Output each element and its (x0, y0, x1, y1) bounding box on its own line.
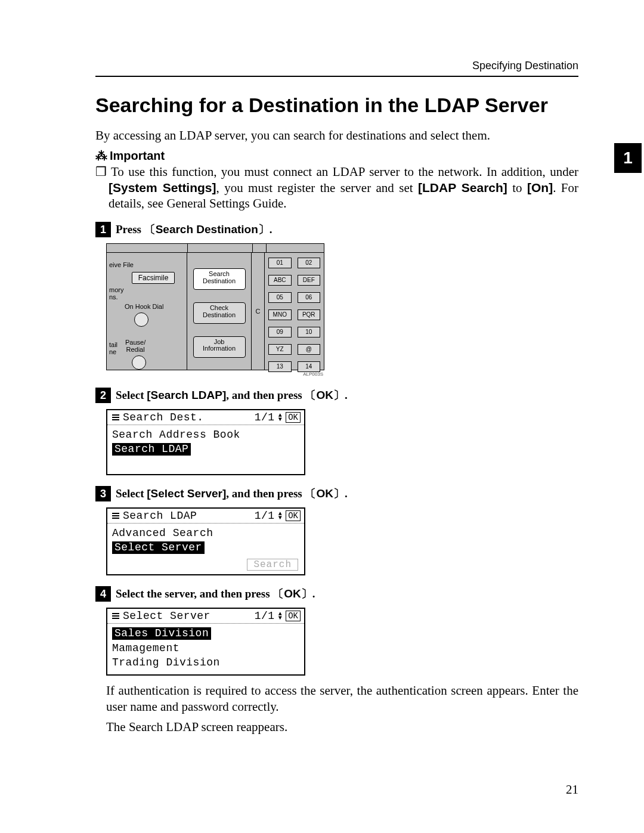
panel-frag-mory-ns: mory ns. (107, 284, 187, 303)
important-text-1: To use this function, you must connect a… (111, 165, 578, 179)
ok-key-label: OK (284, 587, 301, 600)
intro-text: By accessing an LDAP server, you can sea… (95, 128, 578, 144)
important-label: Important (110, 149, 165, 163)
keypad-key[interactable]: 10 (298, 327, 321, 337)
step-2-text: Select [Search LDAP], and then press 〔OK… (116, 388, 348, 403)
step-3-number: 3 (95, 486, 111, 501)
lcd4-title: Select Server (123, 610, 210, 622)
panel-frag-eive-file: eive File (107, 259, 187, 271)
keypad-key[interactable]: PQR (298, 309, 321, 320)
chapter-tab: 1 (614, 143, 642, 173)
lcd2-selected[interactable]: Search LDAP (112, 443, 191, 456)
keypad-key[interactable]: 09 (268, 327, 292, 337)
important-icon: ⁂ (95, 148, 107, 163)
keypad-key[interactable]: 14 (298, 361, 321, 372)
keypad-key[interactable]: 02 (298, 258, 321, 268)
step-2-number: 2 (95, 388, 111, 403)
step-1: 1 Press 〔Search Destination〕. (95, 222, 578, 237)
panel-caption: ALP003S (106, 371, 323, 377)
keypad-key[interactable]: ABC (268, 275, 292, 286)
step-4: 4 Select the server, and then press 〔OK〕… (95, 586, 578, 602)
panel-thin-col: C (252, 253, 265, 370)
followup-text-1: If authentication is required to access … (106, 683, 578, 716)
lcd4-page: 1/1 (255, 610, 275, 622)
ok-indicator: OK (286, 412, 301, 423)
ok-indicator: OK (286, 510, 301, 521)
lcd3-line1[interactable]: Advanced Search (112, 527, 299, 539)
keypad-key[interactable]: MNO (268, 309, 292, 320)
step-2-dot: . (345, 389, 348, 401)
updown-icon: ▲▼ (278, 612, 283, 620)
step-4-select: Select the server, and then press (116, 587, 273, 600)
job-information-button[interactable]: Job Information (193, 336, 246, 358)
lcd2-page: 1/1 (255, 411, 275, 423)
lcd2-line1[interactable]: Search Address Book (112, 429, 299, 441)
on-label: [On] (527, 181, 553, 194)
page-title: Searching for a Destination in the LDAP … (95, 94, 578, 117)
pause-redial-button[interactable] (132, 355, 146, 370)
keypad-key[interactable]: @ (298, 344, 321, 355)
lcd4-selected[interactable]: Sales Division (112, 627, 211, 640)
lcd4-line2[interactable]: Mamagement (112, 642, 299, 654)
important-text-3: to (507, 181, 527, 195)
lcd3-selected[interactable]: Select Server (112, 541, 205, 554)
important-note: ❒ To use this function, you must connect… (95, 164, 578, 211)
keypad-key[interactable]: DEF (298, 275, 321, 286)
keypad-key[interactable]: 13 (268, 361, 292, 372)
panel-mid-col: Search Destination Check Destination Job… (187, 253, 252, 370)
menu-icon (111, 512, 120, 520)
updown-icon: ▲▼ (278, 413, 283, 422)
header-rule (95, 76, 578, 77)
search-destination-button[interactable]: Search Destination (193, 268, 246, 290)
keypad-key[interactable]: 05 (268, 292, 292, 303)
device-panel-screenshot: eive File Facsimile mory ns. On Hook Dia… (106, 243, 324, 370)
search-ldap-label: [Search LDAP] (147, 389, 226, 401)
followup-text-2: The Search LDAP screen reappears. (106, 719, 578, 735)
menu-icon (111, 413, 120, 422)
step-1-text: Press 〔Search Destination〕. (116, 222, 273, 237)
keypad-key[interactable]: 01 (268, 258, 292, 268)
step-3-then: , and then press (226, 487, 305, 500)
page-number: 21 (566, 782, 578, 797)
step-2-select: Select (116, 389, 147, 401)
step-1-number: 1 (95, 222, 111, 237)
lcd-select-server: Select Server 1/1 ▲▼ OK Sales Division M… (106, 608, 305, 676)
select-server-label: [Select Server] (147, 487, 226, 500)
on-hook-dial-button[interactable] (134, 312, 148, 327)
panel-keypad: 0102 ABCDEF 0506 MNOPQR 0910 YZ@ 1314 (265, 253, 324, 370)
lcd4-line3[interactable]: Trading Division (112, 657, 299, 668)
ok-key-label: OK (316, 487, 333, 500)
lcd2-title: Search Dest. (123, 411, 204, 423)
panel-topseg (267, 244, 324, 252)
lcd3-page: 1/1 (255, 510, 275, 522)
panel-cg-label: C (256, 308, 261, 315)
step-3-text: Select [Select Server], and then press 〔… (116, 486, 348, 501)
lcd3-softkey-search[interactable]: Search (247, 559, 298, 571)
step-1-press: Press (116, 223, 141, 236)
ok-key-label: OK (316, 389, 333, 401)
panel-frag-tail-ne: tail ne (107, 339, 120, 358)
step-3: 3 Select [Select Server], and then press… (95, 486, 578, 501)
on-hook-dial-label: On Hook Dial (125, 303, 187, 310)
step-4-dot: . (312, 587, 315, 600)
menu-icon (111, 612, 120, 620)
panel-left-col: eive File Facsimile mory ns. On Hook Dia… (107, 253, 187, 370)
keypad-key[interactable]: YZ (268, 344, 292, 355)
step-3-dot: . (345, 487, 348, 500)
panel-topseg (188, 244, 253, 252)
lcd3-title: Search LDAP (123, 510, 197, 522)
step-1-dot: . (270, 223, 273, 236)
lcd-search-ldap: Search LDAP 1/1 ▲▼ OK Advanced Search Se… (106, 507, 305, 575)
step-3-select: Select (116, 487, 147, 500)
check-destination-button[interactable]: Check Destination (193, 302, 246, 324)
facsimile-button[interactable]: Facsimile (132, 272, 175, 284)
running-header: Specifying Destination (95, 60, 578, 72)
ok-indicator: OK (286, 611, 301, 621)
step-2: 2 Select [Search LDAP], and then press 〔… (95, 388, 578, 403)
keypad-key[interactable]: 06 (298, 292, 321, 303)
system-settings-label: [System Settings] (109, 181, 216, 194)
panel-topseg (107, 244, 188, 252)
important-text-2: , you must register the server and set (216, 181, 418, 195)
pause-redial-label: Pause/ Redial (125, 339, 146, 353)
important-heading: ⁂ Important (95, 148, 578, 163)
